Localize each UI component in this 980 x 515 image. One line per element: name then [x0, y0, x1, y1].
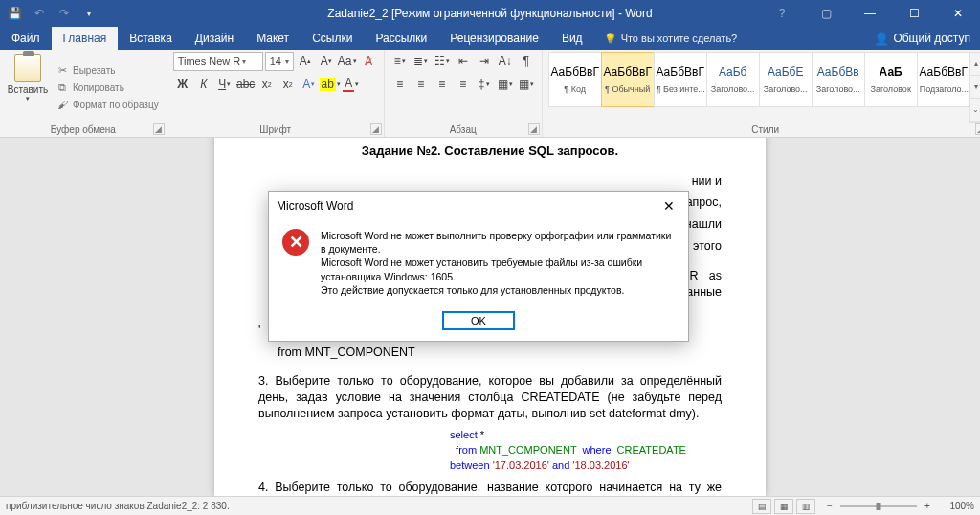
font-name-select[interactable]: Times New R▾ [173, 52, 263, 71]
line-spacing-button[interactable]: ‡▾ [475, 75, 494, 94]
paste-button[interactable]: Вставить ▾ [6, 52, 50, 123]
quick-access-toolbar: 💾 ↶ ↷ ▾ [0, 3, 100, 24]
align-right-button[interactable]: ≡ [433, 75, 452, 94]
italic-button[interactable]: К [194, 75, 213, 94]
minimize-button[interactable]: — [848, 0, 892, 27]
qat-customize-icon[interactable]: ▾ [78, 3, 100, 24]
justify-button[interactable]: ≡ [454, 75, 473, 94]
style-label: ¶ Код [549, 84, 601, 94]
share-button[interactable]: 👤 Общий доступ [864, 27, 980, 50]
tab-insert[interactable]: Вставка [118, 27, 184, 50]
superscript-button[interactable]: x2 [278, 75, 298, 94]
font-color-button[interactable]: A▾ [342, 75, 361, 94]
zoom-percent[interactable]: 100% [938, 501, 974, 511]
zoom-in-button[interactable]: + [921, 501, 934, 511]
style-cell-6[interactable]: АаБЗаголовок [864, 52, 918, 107]
tab-view[interactable]: Вид [550, 27, 594, 50]
dialog-title: Microsoft Word [277, 199, 353, 213]
format-painter-button[interactable]: 🖌Формат по образцу [54, 97, 161, 112]
styles-launcher[interactable]: ◢ [975, 123, 980, 135]
dialog-close-button[interactable]: ✕ [657, 196, 680, 215]
align-left-button[interactable]: ≡ [390, 75, 410, 94]
grow-font-button[interactable]: A▴ [296, 52, 315, 71]
zoom-out-button[interactable]: − [823, 501, 836, 511]
style-cell-5[interactable]: АаБбВвЗаголово... [812, 52, 865, 107]
tab-file[interactable]: Файл [0, 27, 52, 50]
share-icon: 👤 [874, 32, 889, 46]
text-effects-button[interactable]: A▾ [300, 75, 319, 94]
style-cell-4[interactable]: АаБбЕЗаголово... [759, 52, 813, 107]
zoom-slider[interactable] [840, 505, 917, 507]
dialog-message: Microsoft Word не может выполнить провер… [321, 229, 675, 297]
bold-button[interactable]: Ж [173, 75, 192, 94]
font-launcher[interactable]: ◢ [370, 123, 382, 135]
undo-icon[interactable]: ↶ [29, 3, 50, 24]
style-cell-7[interactable]: АаБбВвГПодзаголо... [917, 52, 970, 107]
styles-expand[interactable]: ⌄ [970, 99, 980, 122]
paragraph-launcher[interactable]: ◢ [528, 123, 540, 135]
zoom-thumb[interactable] [877, 503, 881, 510]
tab-review[interactable]: Рецензирование [438, 27, 550, 50]
highlight-button[interactable]: ab▾ [321, 75, 340, 94]
styles-gallery: АаБбВвГ¶ КодАаБбВвГ¶ ОбычныйАаБбВвГ¶ Без… [548, 52, 969, 123]
numbering-button[interactable]: ≣▾ [412, 52, 431, 71]
cut-button[interactable]: ✂Вырезать [54, 62, 161, 78]
close-button[interactable]: ✕ [936, 0, 980, 27]
tell-me[interactable]: 💡 Что вы хотите сделать? [604, 27, 738, 50]
change-case-button[interactable]: Aa▾ [338, 52, 357, 71]
sort-button[interactable]: A↓ [496, 52, 515, 71]
print-layout-button[interactable]: ▦ [774, 499, 793, 514]
copy-button[interactable]: ⧉Копировать [54, 79, 161, 95]
web-layout-button[interactable]: ▥ [796, 499, 815, 514]
ribbon-tabs: Файл Главная Вставка Дизайн Макет Ссылки… [0, 27, 980, 50]
dialog-title-bar: Microsoft Word ✕ [269, 192, 688, 219]
maximize-button[interactable]: ☐ [892, 0, 936, 27]
window-controls: ? ▢ — ☐ ✕ [760, 0, 980, 27]
style-cell-3[interactable]: АаБбЗаголово... [706, 52, 760, 107]
strikethrough-button[interactable]: abc [236, 75, 256, 94]
chevron-down-icon: ▾ [285, 57, 289, 66]
styles-down[interactable]: ▾ [970, 76, 980, 99]
style-cell-2[interactable]: АаБбВвГ¶ Без инте... [654, 52, 707, 107]
subscript-button[interactable]: x2 [257, 75, 277, 94]
increase-indent-button[interactable]: ⇥ [475, 52, 494, 71]
align-center-button[interactable]: ≡ [412, 75, 431, 94]
style-cell-0[interactable]: АаБбВвГ¶ Код [548, 52, 602, 107]
doc-heading: Задание №2. Составление SQL запросов. [258, 143, 722, 160]
dialog-ok-button[interactable]: OK [443, 312, 514, 329]
status-chars[interactable]: приблизительное число знаков Zadanie2_2:… [6, 501, 230, 511]
bullets-button[interactable]: ≡▾ [390, 52, 410, 71]
style-cell-1[interactable]: АаБбВвГ¶ Обычный [601, 52, 655, 107]
help-button[interactable]: ? [760, 0, 804, 27]
styles-up[interactable]: ▴ [970, 53, 980, 76]
font-size-select[interactable]: 14▾ [265, 52, 294, 71]
tab-home[interactable]: Главная [52, 27, 119, 50]
shading-button[interactable]: ▦▾ [496, 75, 515, 94]
decrease-indent-button[interactable]: ⇤ [454, 52, 473, 71]
clipboard-launcher[interactable]: ◢ [153, 123, 165, 135]
style-preview: АаБбВвГ [549, 65, 601, 78]
group-paragraph: ≡▾ ≣▾ ☷▾ ⇤ ⇥ A↓ ¶ ≡ ≡ ≡ ≡ ‡▾ ▦▾ ▦▾ Абзац… [385, 50, 543, 137]
read-mode-button[interactable]: ▤ [752, 499, 771, 514]
style-preview: АаБбВвГ [655, 65, 706, 78]
underline-button[interactable]: Ч▾ [215, 75, 234, 94]
tab-references[interactable]: Ссылки [301, 27, 364, 50]
save-icon[interactable]: 💾 [4, 3, 25, 24]
tell-me-label: Что вы хотите сделать? [621, 33, 738, 44]
clear-format-button[interactable]: A̷ [359, 52, 378, 71]
shrink-font-button[interactable]: A▾ [317, 52, 336, 71]
tab-layout[interactable]: Макет [245, 27, 301, 50]
tab-mailings[interactable]: Рассылки [364, 27, 438, 50]
ribbon-display-button[interactable]: ▢ [804, 0, 848, 27]
style-preview: АаБбЕ [760, 65, 812, 78]
redo-icon[interactable]: ↷ [54, 3, 75, 24]
multilevel-button[interactable]: ☷▾ [433, 52, 452, 71]
group-paragraph-label: Абзац [390, 123, 536, 137]
tab-design[interactable]: Дизайн [184, 27, 245, 50]
error-dialog: Microsoft Word ✕ ✕ Microsoft Word не мож… [268, 191, 689, 342]
cut-label: Вырезать [73, 65, 115, 76]
borders-button[interactable]: ▦▾ [517, 75, 536, 94]
show-marks-button[interactable]: ¶ [517, 52, 536, 71]
font-size-value: 14 [270, 56, 281, 67]
share-label: Общий доступ [893, 32, 970, 45]
